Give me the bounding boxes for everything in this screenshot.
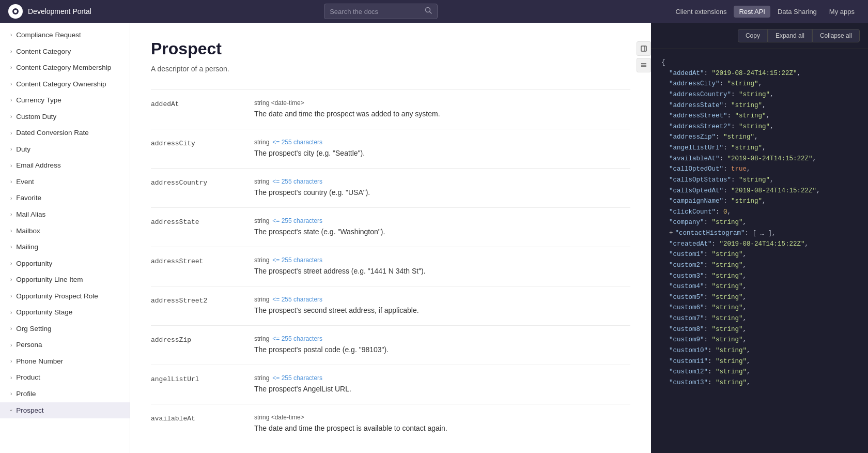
expand-panel-button[interactable] <box>637 41 651 56</box>
chevron-down-icon: › <box>8 410 14 411</box>
field-row: angelListUrl string <= 255 characters Th… <box>151 365 630 404</box>
chevron-icon: › <box>10 358 12 365</box>
sidebar-item-label: Profile <box>16 389 36 399</box>
code-line: "addressZip": "string", <box>661 132 858 143</box>
search-box[interactable] <box>324 4 438 19</box>
sidebar-item-email-address[interactable]: › Email Address <box>0 157 130 174</box>
sidebar-item-product[interactable]: › Product <box>0 369 130 386</box>
sidebar-item-label: Opportunity Prospect Role <box>16 292 98 301</box>
topnav: Development Portal Client extensions Res… <box>0 0 868 23</box>
field-type-name: string <box>254 178 269 185</box>
sidebar-item-opportunity-line-item[interactable]: › Opportunity Line Item <box>0 271 130 288</box>
chevron-icon: › <box>10 48 12 55</box>
nav-rest-api[interactable]: Rest API <box>734 6 770 18</box>
code-line: "callsOptStatus": "string", <box>661 175 858 186</box>
field-info: string <date-time> The date and time the… <box>254 414 630 434</box>
sidebar-item-content-category[interactable]: › Content Category <box>0 43 130 60</box>
chevron-icon: › <box>10 244 12 250</box>
code-line: "custom13": "string", <box>661 377 858 388</box>
code-line: "custom3": "string", <box>661 271 858 282</box>
sidebar-item-profile[interactable]: › Profile <box>0 386 130 402</box>
field-desc: The prospect's AngelList URL. <box>254 384 630 395</box>
sidebar-item-prospect[interactable]: › Prospect <box>0 402 130 419</box>
sidebar-item-opportunity-stage[interactable]: › Opportunity Stage <box>0 304 130 321</box>
field-constraint: <= 255 characters <box>272 335 322 342</box>
code-line: +"contactHistogram": [ … ], <box>661 228 858 239</box>
code-line: "availableAt": "2019-08-24T14:15:22Z", <box>661 154 858 164</box>
code-line: "custom7": "string", <box>661 313 858 324</box>
code-line: "clickCount": 0, <box>661 207 858 218</box>
search-input[interactable] <box>330 8 423 16</box>
sidebar-item-label: Persona <box>16 340 42 350</box>
chevron-icon: › <box>10 64 12 71</box>
field-info: string <= 255 characters The prospect's … <box>254 178 630 198</box>
field-type: string <= 255 characters <box>254 335 630 342</box>
field-row: addressCity string <= 255 characters The… <box>151 129 630 168</box>
sidebar-item-org-setting[interactable]: › Org Setting <box>0 321 130 337</box>
field-info: string <= 255 characters The prospect's … <box>254 335 630 355</box>
field-name: addressZip <box>151 335 254 344</box>
field-desc: The date and time the prospect was added… <box>254 109 630 119</box>
sidebar-item-compliance-request[interactable]: › Compliance Request <box>0 27 130 43</box>
sidebar-item-label: Duty <box>16 145 30 154</box>
sidebar-item-label: Opportunity <box>16 259 52 268</box>
page-title: Prospect <box>151 39 630 58</box>
field-row: addressStreet string <= 255 characters T… <box>151 247 630 286</box>
sidebar-item-content-category-ownership[interactable]: › Content Category Ownership <box>0 76 130 93</box>
field-name: addressStreet2 <box>151 296 254 305</box>
sidebar-item-label: Prospect <box>16 406 43 415</box>
sidebar-item-mail-alias[interactable]: › Mail Alias <box>0 206 130 223</box>
field-type-name: string <box>254 374 269 382</box>
search-icon <box>425 7 432 16</box>
sidebar-item-opportunity[interactable]: › Opportunity <box>0 255 130 272</box>
code-line: "callsOptedAt": "2019-08-24T14:15:22Z", <box>661 186 858 197</box>
sidebar-item-content-category-membership[interactable]: › Content Category Membership <box>0 59 130 76</box>
sidebar-item-label: Event <box>16 177 34 187</box>
svg-point-1 <box>14 10 17 13</box>
sidebar-item-currency-type[interactable]: › Currency Type <box>0 92 130 109</box>
code-line: "custom2": "string", <box>661 260 858 271</box>
code-line: "custom12": "string", <box>661 367 858 377</box>
field-desc: The prospect's state (e.g. "Washington")… <box>254 226 630 237</box>
chevron-icon: › <box>10 113 12 120</box>
sidebar-item-opportunity-prospect-role[interactable]: › Opportunity Prospect Role <box>0 288 130 305</box>
chevron-icon: › <box>10 178 12 185</box>
sidebar-item-favorite[interactable]: › Favorite <box>0 190 130 206</box>
field-type-name: string <date-time> <box>254 99 304 107</box>
field-type: string <= 255 characters <box>254 139 630 146</box>
field-constraint: <= 255 characters <box>272 296 322 303</box>
field-row: addressStreet2 string <= 255 characters … <box>151 286 630 325</box>
sidebar-item-dated-conversion-rate[interactable]: › Dated Conversion Rate <box>0 125 130 141</box>
field-constraint: <= 255 characters <box>272 178 322 185</box>
collapse-all-button[interactable]: Collapse all <box>812 29 860 42</box>
sidebar-item-mailing[interactable]: › Mailing <box>0 239 130 255</box>
code-panel-toolbar: Copy Expand all Collapse all <box>651 23 868 49</box>
sidebar-item-duty[interactable]: › Duty <box>0 141 130 158</box>
field-name: addressStreet <box>151 256 254 265</box>
nav-data-sharing[interactable]: Data Sharing <box>772 6 822 18</box>
sidebar-item-persona[interactable]: › Persona <box>0 337 130 353</box>
sidebar-item-event[interactable]: › Event <box>0 174 130 190</box>
sidebar-item-label: Phone Number <box>16 357 63 366</box>
nav-client-extensions[interactable]: Client extensions <box>670 6 732 18</box>
sidebar-item-label: Currency Type <box>16 96 61 105</box>
field-constraint: <= 255 characters <box>272 139 322 146</box>
list-view-button[interactable] <box>637 58 651 72</box>
code-line: "campaignName": "string", <box>661 196 858 207</box>
field-type: string <= 255 characters <box>254 256 630 264</box>
expand-all-button[interactable]: Expand all <box>768 29 812 42</box>
chevron-icon: › <box>10 309 12 316</box>
field-info: string <= 255 characters The prospect's … <box>254 296 630 316</box>
code-line: "angelListUrl": "string", <box>661 143 858 154</box>
code-line: "addressCountry": "string", <box>661 89 858 100</box>
sidebar-item-phone-number[interactable]: › Phone Number <box>0 353 130 370</box>
nav-my-apps[interactable]: My apps <box>824 6 860 18</box>
chevron-icon: › <box>10 374 12 381</box>
copy-button[interactable]: Copy <box>738 29 768 42</box>
svg-line-3 <box>430 12 432 14</box>
sidebar-item-custom-duty[interactable]: › Custom Duty <box>0 109 130 125</box>
sidebar-item-label: Favorite <box>16 193 41 203</box>
sidebar-item-label: Content Category Membership <box>16 63 111 72</box>
sidebar-item-label: Mailbox <box>16 226 40 236</box>
sidebar-item-mailbox[interactable]: › Mailbox <box>0 223 130 239</box>
